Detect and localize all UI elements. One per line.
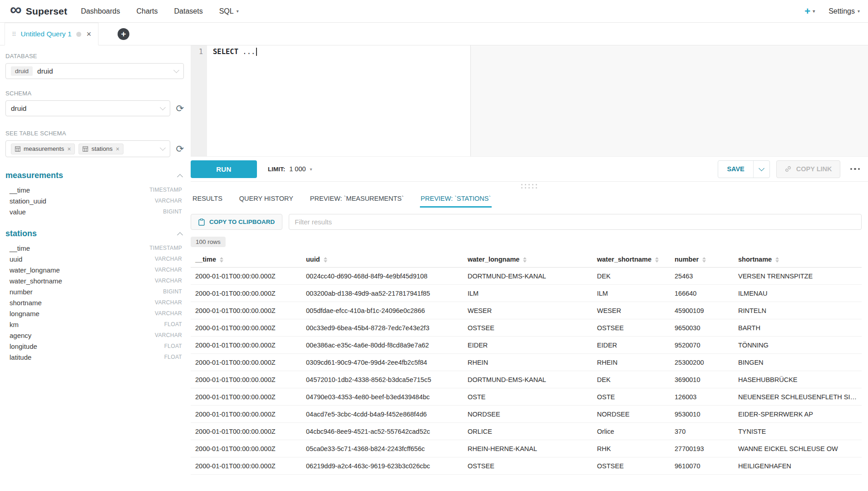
nav-item-dashboards[interactable]: Dashboards [81,7,120,15]
column-row: kmFLOAT [5,319,184,330]
grid-row[interactable]: 2000-01-01T00:00:00.000Z0309cd61-90c9-47… [191,354,862,371]
copy-link-button[interactable]: COPY LINK [776,160,840,178]
sort-icon[interactable] [775,257,779,263]
results-grid: __timeuuidwater_longnamewater_shortnamen… [191,253,862,475]
grid-cell: VERSEN TRENNSPITZE [734,268,862,285]
remove-chip-icon[interactable]: × [116,145,119,153]
new-item-button[interactable]: + ▾ [804,5,815,17]
more-options-icon[interactable] [848,165,862,173]
grid-row[interactable]: 2000-01-01T00:00:00.000Z04acd7e5-3cbc-4c… [191,406,862,423]
sort-icon[interactable] [220,257,223,263]
column-name: number [10,288,33,296]
remove-chip-icon[interactable]: × [67,145,71,153]
grid-cell: DORTMUND-EMS-KANAL [463,268,592,285]
grid-row[interactable]: 2000-01-01T00:00:00.000Z04790e03-4353-4e… [191,388,862,406]
column-name: longitude [10,342,37,350]
sort-icon[interactable] [523,257,527,263]
column-row: uuidVARCHAR [5,253,184,264]
results-tab[interactable]: PREVIEW: `MEASUREMENTS` [309,191,405,208]
results-tab[interactable]: QUERY HISTORY [238,191,294,208]
grid-cell: 370 [670,423,734,440]
grid-cell: RHEIN [463,354,592,371]
grid-header-water_longname[interactable]: water_longname [463,253,592,268]
refresh-tables-icon[interactable]: ⟳ [176,144,184,154]
table-section-header[interactable]: measurements [5,171,184,180]
grid-cell: WESER [463,302,592,319]
close-tab-icon[interactable]: × [87,30,92,39]
column-name: water_longname [10,266,60,274]
nav-item-datasets[interactable]: Datasets [174,7,203,15]
results-tab[interactable]: RESULTS [192,191,223,208]
table-section-header[interactable]: stations [5,229,184,238]
database-select[interactable]: druid druid [5,63,184,79]
superset-logo[interactable]: ∞ Superset [10,6,67,17]
grid-header-__time[interactable]: __time [191,253,301,268]
copy-to-clipboard-button[interactable]: COPY TO CLIPBOARD [191,214,282,230]
grid-row[interactable]: 2000-01-01T00:00:00.000Z005dfdae-efcc-41… [191,302,862,319]
table-chip-stations[interactable]: stations× [79,144,123,154]
grid-cell: ORLICE [463,423,592,440]
table-schema-label: SEE TABLE SCHEMA [5,130,184,137]
grid-cell: ILM [463,285,592,302]
column-type: TIMESTAMP [149,245,182,251]
save-options-button[interactable] [753,161,769,178]
grid-cell: 04790e03-4353-4e80-beef-b3ed439484bc [301,388,463,406]
grid-cell: EIDER [592,337,670,354]
grid-header-uuid[interactable]: uuid [301,253,463,268]
sql-editor[interactable]: 1 SELECT ... [191,45,868,157]
sort-icon[interactable] [324,257,327,263]
clipboard-icon [198,218,205,226]
sort-icon[interactable] [702,257,706,263]
grid-row[interactable]: 2000-01-01T00:00:00.000Z04cbc946-8ee9-45… [191,423,862,440]
filter-results-input[interactable] [289,214,862,230]
grid-cell: Orlice [592,423,670,440]
infinity-logo-icon: ∞ [10,3,22,16]
chevron-up-icon[interactable] [177,174,183,180]
add-tab-button[interactable]: + [118,28,129,40]
grid-row[interactable]: 2000-01-01T00:00:00.000Z00e386ac-e35c-4a… [191,337,862,354]
table-icon [15,146,20,152]
grid-header-number[interactable]: number [670,253,734,268]
grid-cell: OSTSEE [592,319,670,337]
grid-cell: 2000-01-01T00:00:00.000Z [191,457,301,475]
grid-cell: DEK [592,371,670,388]
table-chip-measurements[interactable]: measurements× [11,144,75,154]
grid-cell: TÖNNING [734,337,862,354]
sqllab-sidebar: DATABASE druid druid SCHEMA druid ⟳ SEE … [0,45,191,491]
grid-cell: 2000-01-01T00:00:00.000Z [191,371,301,388]
column-type: VARCHAR [155,299,182,306]
sort-icon[interactable] [655,257,659,263]
grid-header-label: uuid [306,256,320,263]
limit-dropdown[interactable]: LIMIT: 1 000 ▾ [268,165,312,173]
schema-select[interactable]: druid [5,100,170,116]
grid-header-water_shortname[interactable]: water_shortname [592,253,670,268]
grid-row[interactable]: 2000-01-01T00:00:00.000Z0024cc40-d690-46… [191,268,862,285]
grid-cell: ILMENAU [734,285,862,302]
nav-item-charts[interactable]: Charts [136,7,158,15]
grid-row[interactable]: 2000-01-01T00:00:00.000Z05ca0e33-5c71-43… [191,440,862,457]
editor-code[interactable]: SELECT ... [207,45,868,156]
chevron-down-icon [173,67,179,73]
editor-gutter: 1 [191,45,207,156]
run-button[interactable]: RUN [191,160,257,178]
grid-row[interactable]: 2000-01-01T00:00:00.000Z003200ab-d138-49… [191,285,862,302]
settings-menu[interactable]: Settings ▾ [829,7,860,15]
query-status-dot [76,32,81,37]
refresh-schema-icon[interactable]: ⟳ [176,104,184,113]
save-button[interactable]: SAVE [718,161,753,178]
nav-item-sql[interactable]: SQL▾ [219,7,239,15]
grid-row[interactable]: 2000-01-01T00:00:00.000Z04572010-1db2-43… [191,371,862,388]
drag-handle-icon[interactable]: ⠿ [12,31,16,38]
brand-text: Superset [26,6,67,17]
table-schema-select[interactable]: measurements×stations× [5,140,170,157]
column-name: latitude [10,353,31,361]
panel-resize-handle[interactable] [191,182,868,191]
grid-row[interactable]: 2000-01-01T00:00:00.000Z06219dd9-a2c4-46… [191,457,862,475]
results-tab[interactable]: PREVIEW: `STATIONS` [420,191,492,208]
query-tab[interactable]: ⠿ Untitled Query 1 × [5,23,99,45]
column-row: shortnameVARCHAR [5,297,184,308]
line-number: 1 [199,48,203,56]
grid-row[interactable]: 2000-01-01T00:00:00.000Z00c33ed9-6bea-45… [191,319,862,337]
chevron-up-icon[interactable] [177,232,183,238]
grid-header-shortname[interactable]: shortname [734,253,862,268]
